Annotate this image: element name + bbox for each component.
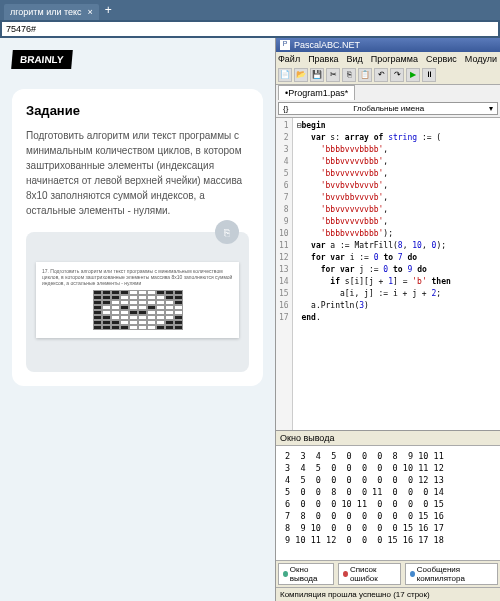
output-title: Окно вывода <box>276 431 500 446</box>
tab-messages[interactable]: Сообщения компилятора <box>405 563 498 585</box>
dot-icon <box>410 571 415 577</box>
attachment-icon[interactable]: ⎘ <box>215 220 239 244</box>
url-input[interactable] <box>2 22 498 36</box>
toolbar: 📄 📂 💾 ✂ ⎘ 📋 ↶ ↷ ▶ ⏸ <box>276 66 500 85</box>
code-editor[interactable]: 1234567891011121314151617 ⊟begin var s: … <box>276 117 500 430</box>
new-file-icon[interactable]: 📄 <box>278 68 292 82</box>
attachment-area: ⎘ 17. Подготовить алгоритм или текст про… <box>26 232 249 372</box>
task-text: Подготовить алгоритм или текст программы… <box>26 128 249 218</box>
line-numbers: 1234567891011121314151617 <box>276 118 293 430</box>
undo-icon[interactable]: ↶ <box>374 68 388 82</box>
file-tab[interactable]: •Program1.pas* <box>278 85 355 100</box>
copy-icon[interactable]: ⎘ <box>342 68 356 82</box>
tab-title: лгоритм или текс <box>10 7 82 17</box>
image-caption: 17. Подготовить алгоритм или текст прогр… <box>42 268 233 286</box>
menu-Правка[interactable]: Правка <box>308 54 338 64</box>
menu-Программа[interactable]: Программа <box>371 54 418 64</box>
redo-icon[interactable]: ↷ <box>390 68 404 82</box>
dropdown-label: Глобальные имена <box>353 104 424 113</box>
menu-Сервис[interactable]: Сервис <box>426 54 457 64</box>
ide-icon: P <box>280 40 290 50</box>
menu-Вид[interactable]: Вид <box>347 54 363 64</box>
browser-tab[interactable]: лгоритм или текс × <box>4 4 99 20</box>
run-icon[interactable]: ▶ <box>406 68 420 82</box>
close-icon[interactable]: × <box>88 7 93 17</box>
ide-titlebar: P PascalABC.NET <box>276 38 500 52</box>
tab-errors[interactable]: Список ошибок <box>338 563 401 585</box>
brainly-panel: BRAINLY Задание Подготовить алгоритм или… <box>0 38 275 601</box>
status-bar: Окно вывода Список ошибок Сообщения комп… <box>276 560 500 587</box>
dot-icon <box>343 571 348 577</box>
tab-output[interactable]: Окно вывода <box>278 563 334 585</box>
open-icon[interactable]: 📂 <box>294 68 308 82</box>
ide-panel: P PascalABC.NET ФайлПравкаВидПрограммаСе… <box>275 38 500 601</box>
ide-title: PascalABC.NET <box>294 40 360 50</box>
attached-image[interactable]: 17. Подготовить алгоритм или текст прогр… <box>36 262 239 338</box>
pattern-grid <box>93 290 183 330</box>
new-tab-button[interactable]: + <box>105 3 112 17</box>
task-heading: Задание <box>26 103 249 118</box>
status-message: Компиляция прошла успешно (17 строк) <box>276 587 500 601</box>
scope-dropdown[interactable]: {}Глобальные имена▾ <box>278 102 498 115</box>
menu-Модули[interactable]: Модули <box>465 54 497 64</box>
menu-bar: ФайлПравкаВидПрограммаСервисМодулиПо <box>276 52 500 66</box>
chevron-down-icon: ▾ <box>489 104 493 113</box>
task-card: Задание Подготовить алгоритм или текст п… <box>12 89 263 386</box>
save-icon[interactable]: 💾 <box>310 68 324 82</box>
stop-icon[interactable]: ⏸ <box>422 68 436 82</box>
cut-icon[interactable]: ✂ <box>326 68 340 82</box>
paste-icon[interactable]: 📋 <box>358 68 372 82</box>
output-content[interactable]: 2 3 4 5 0 0 0 8 9 10 11 3 4 5 0 0 0 0 0 … <box>276 446 500 560</box>
code-content[interactable]: ⊟begin var s: array of string := ( 'bbbb… <box>293 118 455 430</box>
brainly-logo: BRAINLY <box>11 50 72 69</box>
output-panel: Окно вывода 2 3 4 5 0 0 0 8 9 10 11 3 4 … <box>276 430 500 560</box>
dot-icon <box>283 571 288 577</box>
menu-Файл[interactable]: Файл <box>278 54 300 64</box>
